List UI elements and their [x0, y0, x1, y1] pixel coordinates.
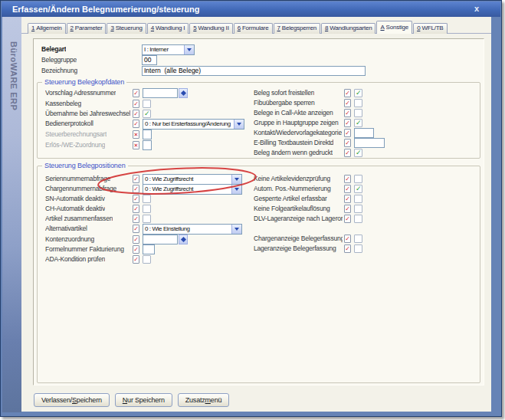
chargenanzeige-checkbox[interactable] [354, 235, 362, 243]
lageranzeige-checkbox[interactable] [354, 244, 362, 253]
edit-allowed-icon[interactable] [344, 205, 351, 213]
tab-sonstige[interactable]: ASonstige [376, 21, 412, 34]
dialog-content: 1Allgemein 2Parameter 3Steuerung 4Wandlu… [21, 17, 491, 412]
tab-allgemein[interactable]: 1Allgemein [28, 23, 66, 34]
tab-wandlungsarten[interactable]: 8Wandlungsarten [321, 23, 375, 34]
tab-wandlung-1[interactable]: 4Wandlung I [147, 23, 189, 34]
edit-allowed-icon[interactable] [344, 99, 351, 107]
ebilling-input[interactable] [354, 138, 385, 148]
pos-nummerierung-checkbox[interactable] [354, 185, 362, 193]
row-beleg-aendern-gedruckt: Beleg ändern wenn gedruckt [38, 148, 480, 159]
nur-speichern-button[interactable]: Nur Speichern [115, 393, 172, 407]
alternativartikel-dropdown[interactable]: 0 : Wie Einstellung [143, 224, 242, 235]
edit-allowed-icon[interactable] [344, 129, 351, 137]
row-autom-pos-nummerierung: Autom. Pos.-Nummerierung [38, 184, 480, 195]
group-title: Steuerung Belegpositionen [42, 162, 128, 169]
edit-allowed-icon[interactable] [344, 244, 351, 253]
belegart-label: Belegart [41, 44, 66, 54]
bezeichnung-label: Bezeichnung [41, 66, 77, 76]
beleggruppe-label: Beleggruppe [41, 55, 77, 65]
chevron-down-icon [234, 228, 239, 231]
edit-allowed-icon[interactable] [344, 235, 351, 243]
edit-allowed-icon[interactable] [344, 119, 351, 127]
dlv-lageranzeige-checkbox[interactable] [354, 215, 362, 223]
field-row-belegart: Belegart I : Interner [34, 44, 484, 55]
edit-allowed-icon[interactable] [344, 215, 351, 223]
bezeichnung-input[interactable]: Intern (alle Belege) [142, 66, 366, 76]
edit-allowed-icon[interactable] [344, 89, 351, 97]
gesperrte-artikel-checkbox[interactable] [354, 195, 362, 203]
row-hauptgruppe-zeigen: Gruppe in Hauptgruppe zeigen [38, 118, 480, 129]
tab-wfl-tb[interactable]: 0WFL/TB [413, 23, 447, 34]
kontakt-kategorie-input[interactable] [354, 128, 374, 138]
edit-allowed-icon[interactable] [344, 195, 351, 203]
brand-strip: BüroWARE ERP [2, 17, 21, 412]
tab-belegsperren[interactable]: 7Belegsperren [274, 23, 320, 34]
freistellen-checkbox[interactable] [354, 89, 362, 97]
row-fibuuebergabe-sperren: Fibuübergabe sperren [38, 98, 480, 109]
ada-kondition-checkbox[interactable] [143, 255, 151, 264]
row-kontakt-wiedervorlage: Kontakt/Wiedervorlagekategorie [38, 128, 480, 139]
verlassen-speichern-button[interactable]: Verlassen/Speichern [34, 393, 110, 407]
edit-allowed-icon[interactable] [344, 175, 351, 183]
row-gesperrte-artikel: Gesperrte Artikel erfassbar [38, 194, 480, 205]
row-chargenanzeige: Chargenanzeige Belegerfassung [38, 234, 480, 244]
call-akte-checkbox[interactable] [354, 109, 362, 117]
beleggruppe-input[interactable]: 00 [142, 55, 157, 65]
group-belegkopfdaten: Steuerung Belegkopfdaten Vorschlag Adres… [37, 82, 480, 159]
tab-parameter[interactable]: 2Parameter [67, 23, 107, 34]
field-row-bezeichnung: Bezeichnung Intern (alle Belege) [34, 66, 484, 77]
tabstrip: 1Allgemein 2Parameter 3Steuerung 4Wandlu… [28, 21, 448, 34]
titlebar[interactable]: Erfassen/Ändern Belegnumerierung/steueru… [2, 2, 500, 17]
zusatzmenu-button[interactable]: Zusatzmenü [178, 393, 230, 407]
app-window: Erfassen/Ändern Belegnumerierung/steueru… [0, 0, 502, 417]
button-row: Verlassen/Speichern Nur Speichern Zusatz… [34, 393, 229, 407]
group-title: Steuerung Belegkopfdaten [42, 78, 126, 86]
group-belegpositionen: Steuerung Belegpositionen Seriennummerna… [37, 166, 480, 383]
tab-formulare[interactable]: 6Formulare [234, 23, 273, 34]
edit-allowed-icon[interactable] [344, 139, 351, 147]
brand-label: BüroWARE ERP [9, 41, 18, 110]
folgeartikel-checkbox[interactable] [354, 205, 362, 213]
gedruckt-checkbox[interactable] [354, 149, 362, 157]
row-call-akte-anzeigen: Belege in Call-Akte anzeigen [38, 108, 480, 119]
artikelevidenz-checkbox[interactable] [354, 175, 362, 183]
row-folgeartikelaufloesung: Keine Folgeartikelauflösung [38, 204, 480, 215]
row-alternativartikel: Alternativartikel 0 : Wie Einstellung [38, 224, 480, 235]
close-button[interactable]: x [474, 2, 479, 16]
edit-allowed-icon[interactable] [133, 255, 139, 264]
row-lageranzeige: Lageranzeige Belegerfassung [38, 244, 480, 254]
dropdown-button[interactable] [231, 225, 241, 234]
form-panel: Belegart I : Interner Beleggruppe 00 Bez… [33, 38, 484, 386]
row-artikelevidenz: Keine Artikelevidenzprüfung [38, 174, 480, 185]
window-title: Erfassen/Ändern Belegnumerierung/steueru… [12, 2, 200, 17]
edit-allowed-icon[interactable] [344, 109, 351, 117]
tab-steuerung[interactable]: 3Steuerung [107, 23, 146, 34]
row-ebilling-textbaustein: E-Billing Textbaustein Direktd [38, 138, 480, 149]
edit-allowed-icon[interactable] [133, 225, 139, 233]
dropdown-button[interactable] [184, 45, 194, 54]
row-dlv-lageranzeige: DLV-Lageranzeige nach Lagerort [38, 214, 480, 225]
edit-allowed-icon[interactable] [344, 185, 351, 193]
belegart-dropdown[interactable]: I : Interner [142, 44, 195, 55]
field-row-beleggruppe: Beleggruppe 00 [34, 55, 484, 66]
row-ada-kondition: ADA-Kondition prüfen [38, 254, 480, 265]
screenshot-stage: Erfassen/Ändern Belegnumerierung/steueru… [0, 0, 505, 420]
chevron-down-icon [187, 48, 192, 51]
fibu-checkbox[interactable] [354, 99, 362, 107]
tab-wandlung-2[interactable]: 5Wandlung II [189, 23, 232, 34]
row-beleg-sofort-freistellen: Beleg sofort freistellen [38, 88, 480, 99]
hauptgruppe-checkbox[interactable] [354, 119, 362, 127]
edit-allowed-icon[interactable] [344, 149, 351, 157]
